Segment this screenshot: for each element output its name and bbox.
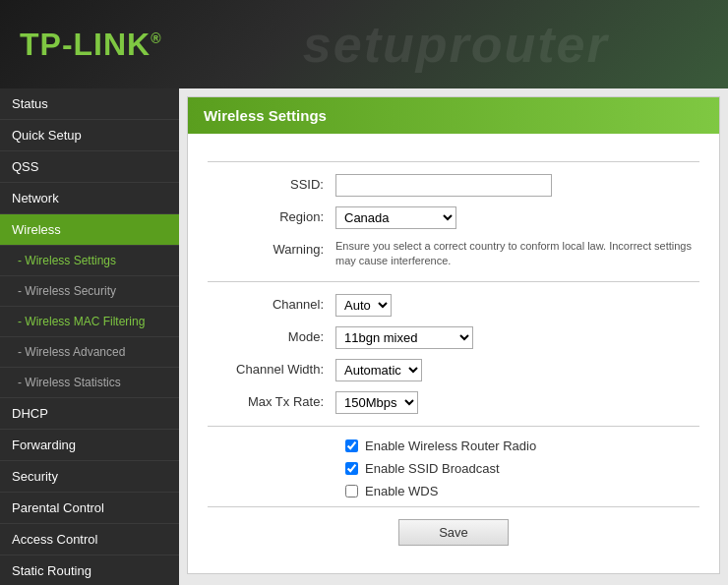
enable-wds-row: Enable WDS (208, 484, 699, 498)
enable-wds-label: Enable WDS (365, 484, 438, 498)
sidebar-item-status[interactable]: Status (0, 88, 179, 120)
channel-width-label: Channel Width: (208, 359, 335, 377)
channel-control: Auto 123 456 789 1011 (335, 294, 699, 317)
logo-text: TP-LINK (20, 27, 151, 62)
enable-ssid-checkbox[interactable] (345, 462, 358, 475)
warning-text: Ensure you select a correct country to c… (335, 239, 699, 269)
max-tx-rate-row: Max Tx Rate: 150Mbps 54Mbps 48Mbps 36Mbp… (208, 391, 699, 414)
sidebar-item-static-routing[interactable]: Static Routing (0, 556, 179, 585)
max-tx-rate-select[interactable]: 150Mbps 54Mbps 48Mbps 36Mbps 24Mbps (335, 391, 418, 414)
divider-mid (208, 281, 699, 282)
enable-wds-checkbox[interactable] (345, 485, 358, 497)
max-tx-rate-control: 150Mbps 54Mbps 48Mbps 36Mbps 24Mbps (335, 391, 699, 414)
region-select[interactable]: Canada United States United Kingdom Aust… (335, 206, 456, 229)
warning-label: Warning: (208, 239, 335, 257)
channel-row: Channel: Auto 123 456 789 1011 (208, 294, 699, 317)
divider-top (208, 161, 699, 162)
sidebar-item-dhcp[interactable]: DHCP (0, 398, 179, 430)
enable-ssid-label: Enable SSID Broadcast (365, 461, 500, 476)
enable-ssid-row: Enable SSID Broadcast (208, 461, 699, 476)
sidebar-item-wireless-security[interactable]: - Wireless Security (0, 276, 179, 307)
warning-control: Ensure you select a correct country to c… (335, 239, 699, 269)
region-label: Region: (208, 206, 335, 224)
logo-suffix: ® (151, 30, 161, 46)
channel-select[interactable]: Auto 123 456 789 1011 (335, 294, 392, 317)
header: setuprouter TP-LINK® (0, 0, 728, 88)
sidebar: StatusQuick SetupQSSNetworkWireless- Wir… (0, 88, 179, 585)
logo: TP-LINK® (20, 27, 162, 63)
sidebar-item-access-control[interactable]: Access Control (0, 524, 179, 556)
ssid-label: SSID: (208, 174, 335, 192)
max-tx-rate-label: Max Tx Rate: (208, 391, 335, 409)
sidebar-item-wireless-mac-filtering[interactable]: - Wireless MAC Filtering (0, 307, 179, 337)
sidebar-item-parental-control[interactable]: Parental Control (0, 493, 179, 524)
warning-row: Warning: Ensure you select a correct cou… (208, 239, 699, 269)
ssid-input[interactable] (335, 174, 552, 197)
channel-width-select[interactable]: Automatic 20MHz 40MHz (335, 359, 422, 381)
wireless-settings-form: SSID: Region: Canada United States Unite… (188, 134, 719, 573)
sidebar-item-wireless[interactable]: Wireless (0, 214, 179, 246)
enable-radio-checkbox[interactable] (345, 439, 358, 452)
enable-radio-label: Enable Wireless Router Radio (365, 439, 536, 453)
mode-row: Mode: 11bgn mixed 11bg mixed 11b only 11… (208, 326, 699, 349)
ssid-control (335, 174, 699, 197)
content-area: Wireless Settings SSID: Region: Canada (179, 88, 728, 585)
region-control: Canada United States United Kingdom Aust… (335, 206, 699, 229)
watermark: setuprouter (303, 15, 609, 74)
sidebar-item-quick-setup[interactable]: Quick Setup (0, 120, 179, 151)
mode-select[interactable]: 11bgn mixed 11bg mixed 11b only 11g only… (335, 326, 473, 349)
sidebar-item-security[interactable]: Security (0, 461, 179, 493)
save-button[interactable]: Save (398, 519, 509, 546)
channel-width-row: Channel Width: Automatic 20MHz 40MHz (208, 359, 699, 381)
channel-label: Channel: (208, 294, 335, 312)
mode-label: Mode: (208, 326, 335, 344)
mode-control: 11bgn mixed 11bg mixed 11b only 11g only… (335, 326, 699, 349)
sidebar-item-forwarding[interactable]: Forwarding (0, 430, 179, 461)
main-layout: StatusQuick SetupQSSNetworkWireless- Wir… (0, 88, 728, 585)
page-title: Wireless Settings (188, 97, 719, 134)
region-row: Region: Canada United States United King… (208, 206, 699, 229)
save-row: Save (208, 506, 699, 557)
channel-width-control: Automatic 20MHz 40MHz (335, 359, 699, 381)
sidebar-item-wireless-advanced[interactable]: - Wireless Advanced (0, 337, 179, 368)
sidebar-item-qss[interactable]: QSS (0, 151, 179, 183)
divider-checkboxes (208, 426, 699, 427)
sidebar-item-network[interactable]: Network (0, 183, 179, 214)
content-panel: Wireless Settings SSID: Region: Canada (187, 96, 720, 574)
enable-radio-row: Enable Wireless Router Radio (208, 439, 699, 453)
sidebar-item-wireless-statistics[interactable]: - Wireless Statistics (0, 368, 179, 398)
sidebar-item-wireless-settings[interactable]: - Wireless Settings (0, 246, 179, 276)
ssid-row: SSID: (208, 174, 699, 197)
